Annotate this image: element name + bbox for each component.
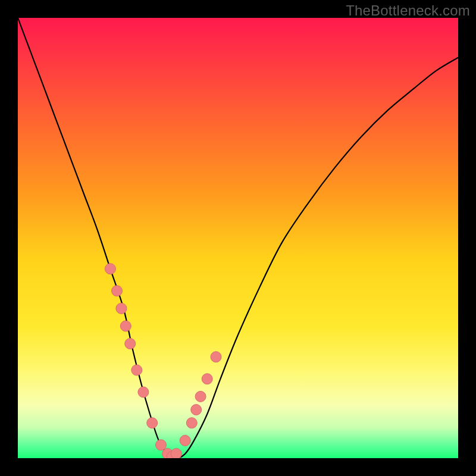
highlighted-point: [202, 374, 212, 384]
bottleneck-chart-svg: [0, 0, 476, 476]
highlighted-point: [138, 387, 149, 397]
chart-plot-background: [18, 18, 458, 458]
highlighted-point: [156, 440, 167, 450]
highlighted-point: [195, 391, 206, 402]
highlighted-point: [191, 405, 202, 415]
bottleneck-chart-container: { "watermark": "TheBottleneck.com", "col…: [0, 0, 476, 476]
highlighted-point: [147, 418, 158, 428]
highlighted-point: [131, 365, 142, 375]
highlighted-point: [125, 339, 136, 349]
highlighted-point: [120, 321, 131, 331]
watermark-text: TheBottleneck.com: [346, 2, 470, 19]
highlighted-point: [105, 264, 115, 274]
highlighted-point: [116, 303, 127, 314]
highlighted-point: [180, 435, 190, 446]
highlighted-point: [211, 352, 221, 362]
highlighted-point: [112, 286, 123, 296]
highlighted-point: [186, 418, 197, 428]
highlighted-point: [171, 449, 181, 459]
